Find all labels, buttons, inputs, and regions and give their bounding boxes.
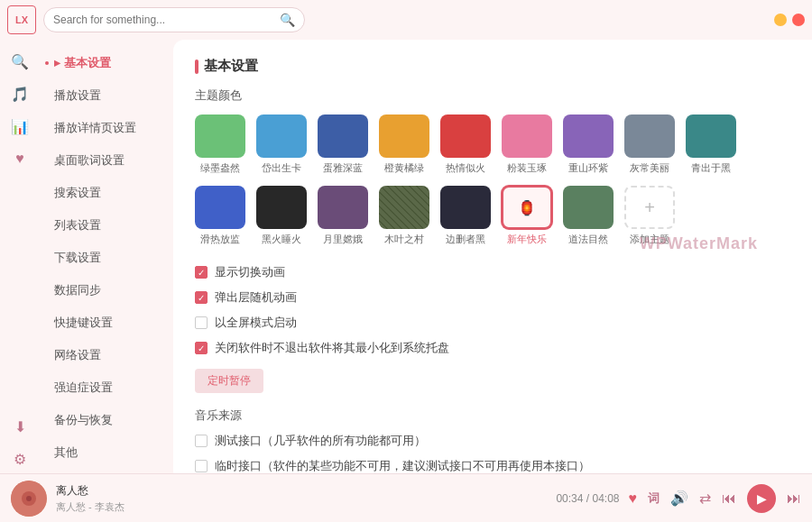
theme-label-13: 木叶之村 (384, 233, 424, 246)
sidebar-item-search[interactable]: 搜索设置 (40, 177, 173, 209)
close-button[interactable]: ✕ (792, 14, 805, 26)
source-label-1: 测试接口（几乎软件的所有功能都可用） (215, 433, 426, 449)
text-sidebar: ▸ 基本设置 播放设置 播放详情页设置 桌面歌词设置 搜索设置 列表设置 下载设… (40, 40, 173, 473)
nav-icon-music[interactable]: 🎵 (5, 79, 34, 108)
timer-pause-btn[interactable]: 定时暂停 (195, 369, 263, 393)
next-button[interactable]: ⏭ (787, 490, 801, 507)
source-row-1[interactable]: 测试接口（几乎软件的所有功能都可用） (195, 433, 790, 449)
title-bar: LX 🔍 － ✕ (0, 0, 812, 40)
theme-label-15: 新年快乐 (507, 233, 547, 246)
sidebar-item-basic-settings[interactable]: ▸ 基本设置 (40, 47, 173, 79)
theme-item-6[interactable]: 粉装玉琢 (502, 114, 552, 175)
nav-icon-settings[interactable]: ⚙ (5, 444, 34, 473)
lyrics-button[interactable]: 词 (648, 490, 660, 507)
theme-item-7[interactable]: 重山环紫 (563, 114, 614, 175)
theme-item-5[interactable]: 热情似火 (440, 114, 491, 175)
theme-swatch-4 (379, 114, 429, 158)
album-art (11, 481, 47, 517)
theme-item-11[interactable]: 黑火睡火 (256, 186, 307, 246)
theme-item-13[interactable]: 木叶之村 (379, 186, 429, 246)
checkbox-4[interactable]: ✓ (195, 342, 208, 354)
theme-add-item[interactable]: + 添加主题 (624, 186, 675, 246)
volume-button[interactable]: 🔊 (670, 490, 688, 507)
theme-item-10[interactable]: 滑热放监 (195, 186, 245, 246)
theme-label-12: 月里嫦娥 (323, 233, 363, 246)
theme-swatch-13 (379, 186, 429, 229)
like-button[interactable]: ♥ (629, 490, 638, 507)
main-layout: 🔍 🎵 📊 ♥ ⬇ ⚙ ▸ 基本设置 播放设置 播放详情页设置 桌面歌词设置 搜… (0, 40, 812, 473)
sidebar-item-sync[interactable]: 数据同步 (40, 274, 173, 307)
sidebar-item-network[interactable]: 网络设置 (40, 339, 173, 371)
theme-swatch-7 (563, 114, 614, 158)
source-checkbox-2[interactable] (195, 460, 208, 472)
theme-label-4: 橙黄橘绿 (384, 161, 424, 175)
theme-add-label: 添加主题 (630, 233, 669, 246)
prev-button[interactable]: ⏮ (722, 490, 736, 507)
theme-swatch-8 (624, 114, 675, 158)
theme-swatch-5 (440, 114, 491, 158)
option-row-3[interactable]: 以全屏模式启动 (195, 315, 790, 331)
player-controls: ♥ 词 🔊 ⇄ ⏮ ▶ ⏭ (629, 484, 802, 513)
search-input[interactable] (53, 14, 276, 26)
option-label-3: 以全屏模式启动 (215, 315, 297, 331)
svg-point-3 (26, 496, 32, 501)
theme-label-16: 道法目然 (568, 233, 608, 246)
nav-icon-chart[interactable]: 📊 (5, 112, 34, 141)
theme-swatch-12 (318, 186, 368, 229)
content-area: 基本设置 主题颜色 绿墨盎然 岱出生卡 蛋雅深蓝 (173, 40, 812, 473)
nav-icon-search[interactable]: 🔍 (5, 47, 34, 76)
theme-item-16[interactable]: 道法目然 (563, 186, 614, 246)
theme-item-8[interactable]: 灰常美丽 (624, 114, 675, 175)
section-title: 基本设置 (195, 58, 790, 75)
sidebar-item-shortcuts[interactable]: 快捷键设置 (40, 307, 173, 339)
sidebar-item-ocd[interactable]: 强迫症设置 (40, 371, 173, 404)
window-controls: － ✕ (774, 14, 805, 26)
theme-item-3[interactable]: 蛋雅深蓝 (318, 114, 368, 175)
theme-swatch-16 (563, 186, 614, 229)
theme-label-10: 滑热放监 (200, 233, 240, 246)
theme-swatch-2 (256, 114, 307, 158)
theme-item-4[interactable]: 橙黄橘绿 (379, 114, 429, 175)
minimize-button[interactable]: － (774, 14, 787, 26)
sidebar-item-list[interactable]: 列表设置 (40, 209, 173, 242)
icon-sidebar: 🔍 🎵 📊 ♥ ⬇ ⚙ (0, 40, 40, 473)
theme-item-14[interactable]: 边删者黑 (440, 186, 491, 246)
option-label-2: 弹出层随机动画 (215, 289, 297, 306)
theme-item-1[interactable]: 绿墨盎然 (195, 114, 245, 175)
theme-item-15[interactable]: 🏮 新年快乐 (502, 186, 552, 246)
option-row-4[interactable]: ✓ 关闭软件时不退出软件将其最小化到系统托盘 (195, 340, 790, 356)
checkbox-1[interactable]: ✓ (195, 266, 208, 279)
theme-label-7: 重山环紫 (568, 161, 608, 175)
search-bar-container: 🔍 (43, 7, 305, 32)
option-row-2[interactable]: ✓ 弹出层随机动画 (195, 289, 790, 306)
sidebar-item-download[interactable]: 下载设置 (40, 242, 173, 274)
app-logo: LX (7, 5, 36, 34)
theme-swatch-11 (256, 186, 307, 229)
theme-swatch-10 (195, 186, 245, 229)
theme-swatch-1 (195, 114, 245, 158)
theme-item-9[interactable]: 青出于黑 (686, 114, 736, 175)
theme-grid: 绿墨盎然 岱出生卡 蛋雅深蓝 橙黄橘绿 热情似火 (195, 114, 790, 246)
sidebar-item-playback-detail[interactable]: 播放详情页设置 (40, 112, 173, 144)
checkbox-2[interactable]: ✓ (195, 291, 208, 304)
sidebar-item-other[interactable]: 其他 (40, 436, 173, 469)
source-label-2: 临时接口（软件的某些功能不可用，建议测试接口不可用再使用本接口） (215, 458, 590, 473)
source-row-2[interactable]: 临时接口（软件的某些功能不可用，建议测试接口不可用再使用本接口） (195, 458, 790, 473)
nav-icon-heart[interactable]: ♥ (5, 144, 34, 173)
play-button[interactable]: ▶ (747, 484, 776, 513)
nav-icon-download[interactable]: ⬇ (5, 412, 34, 441)
sidebar-item-desktop-lyrics[interactable]: 桌面歌词设置 (40, 144, 173, 177)
option-label-4: 关闭软件时不退出软件将其最小化到系统托盘 (215, 340, 449, 356)
checkbox-3[interactable] (195, 316, 208, 329)
theme-item-12[interactable]: 月里嫦娥 (318, 186, 368, 246)
theme-swatch-6 (502, 114, 552, 158)
sidebar-item-playback[interactable]: 播放设置 (40, 79, 173, 112)
option-row-1[interactable]: ✓ 显示切换动画 (195, 264, 790, 280)
theme-item-2[interactable]: 岱出生卡 (256, 114, 307, 175)
sidebar-item-backup[interactable]: 备份与恢复 (40, 404, 173, 436)
source-section-title: 音乐来源 (195, 408, 790, 424)
theme-label-9: 青出于黑 (691, 161, 731, 175)
theme-add-btn[interactable]: + (624, 186, 675, 229)
source-checkbox-1[interactable] (195, 435, 208, 447)
shuffle-button[interactable]: ⇄ (699, 490, 711, 507)
